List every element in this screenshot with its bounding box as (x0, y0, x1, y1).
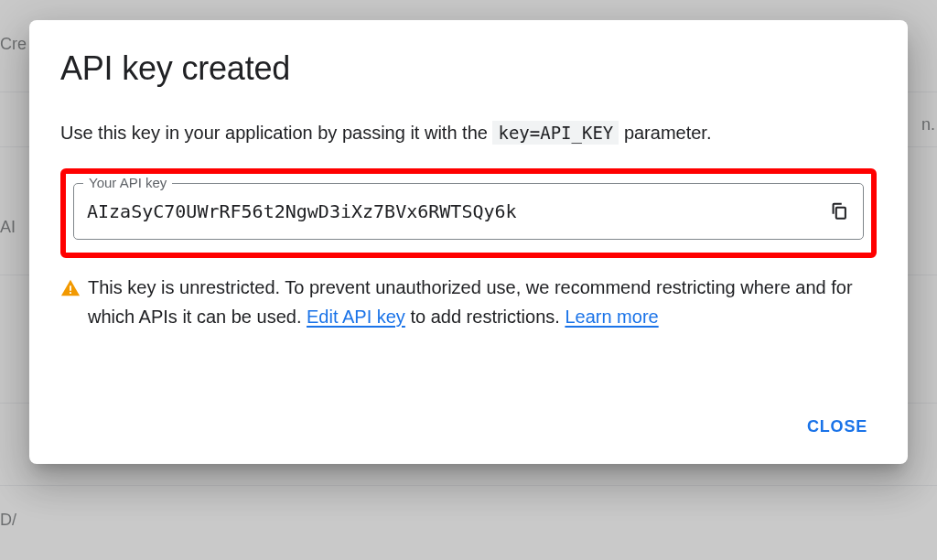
warning-block: This key is unrestricted. To prevent una… (60, 273, 877, 331)
modal-description: Use this key in your application by pass… (60, 119, 877, 146)
backdrop-text: AI (0, 218, 16, 237)
api-key-value[interactable]: AIzaSyC70UWrRF56t2NgwD3iXz7BVx6RWTSQy6k (87, 200, 517, 222)
api-key-field: Your API key AIzaSyC70UWrRF56t2NgwD3iXz7… (73, 183, 864, 240)
modal-actions: CLOSE (60, 410, 877, 444)
key-highlight-box: Your API key AIzaSyC70UWrRF56t2NgwD3iXz7… (60, 168, 877, 258)
svg-rect-2 (70, 292, 71, 294)
backdrop-text: D/ (0, 511, 16, 530)
backdrop-divider (0, 485, 937, 486)
edit-api-key-link[interactable]: Edit API key (307, 307, 405, 327)
copy-button[interactable] (826, 199, 852, 224)
warning-text-middle: to add restrictions. (405, 307, 565, 327)
backdrop-text: Cre (0, 35, 27, 54)
svg-rect-1 (70, 285, 71, 291)
warning-text: This key is unrestricted. To prevent una… (88, 273, 877, 331)
api-key-created-modal: API key created Use this key in your app… (29, 20, 908, 464)
warning-icon (60, 277, 81, 307)
svg-rect-0 (836, 207, 845, 218)
learn-more-link[interactable]: Learn more (565, 307, 658, 327)
close-button[interactable]: CLOSE (798, 410, 877, 444)
modal-title: API key created (60, 49, 877, 88)
backdrop-text: n. (921, 115, 935, 135)
copy-icon (829, 200, 849, 223)
api-key-field-label: Your API key (83, 175, 172, 190)
code-param: key=API_KEY (492, 121, 619, 145)
description-prefix: Use this key in your application by pass… (60, 123, 492, 143)
description-suffix: parameter. (624, 123, 712, 143)
